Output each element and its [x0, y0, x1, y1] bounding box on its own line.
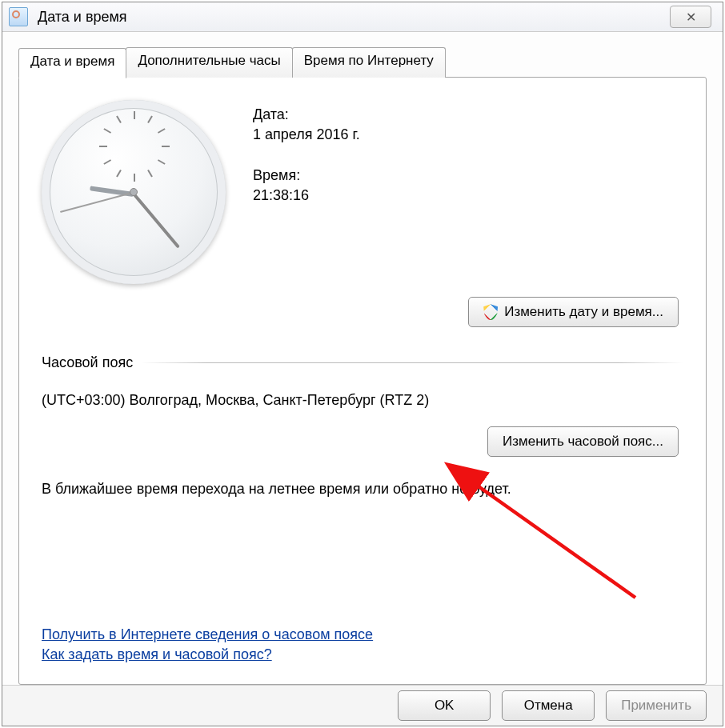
link-howto[interactable]: Как задать время и часовой пояс? [42, 646, 373, 663]
body: Дата и время Дополнительные часы Время п… [2, 32, 723, 685]
tab-additional-clocks[interactable]: Дополнительные часы [126, 47, 292, 78]
date-label: Дата: [253, 106, 360, 123]
change-date-time-row: Изменить дату и время... [42, 297, 679, 327]
date-value: 1 апреля 2016 г. [253, 126, 360, 143]
timezone-heading-row: Часовой пояс [42, 354, 683, 371]
time-label: Время: [253, 167, 360, 184]
divider [141, 362, 683, 363]
titlebar: Дата и время ✕ [2, 2, 723, 32]
window: Дата и время ✕ Дата и время Дополнительн… [2, 2, 723, 726]
change-timezone-button[interactable]: Изменить часовой пояс... [487, 426, 679, 457]
date-time-text: Дата: 1 апреля 2016 г. Время: 21:38:16 [253, 100, 360, 204]
tab-panel: Дата: 1 апреля 2016 г. Время: 21:38:16 И… [18, 77, 707, 685]
time-value: 21:38:16 [253, 187, 360, 204]
close-icon: ✕ [686, 10, 696, 25]
button-label: Применить [621, 698, 691, 714]
datetime-icon [9, 7, 28, 26]
apply-button[interactable]: Применить [606, 690, 707, 721]
tab-internet-time[interactable]: Время по Интернету [292, 47, 446, 78]
date-time-row: Дата: 1 апреля 2016 г. Время: 21:38:16 [42, 100, 683, 284]
ok-button[interactable]: OK [398, 690, 491, 721]
button-label: Изменить часовой пояс... [503, 434, 663, 450]
timezone-heading: Часовой пояс [42, 354, 133, 371]
cancel-button[interactable]: Отмена [502, 690, 595, 721]
tab-label: Время по Интернету [304, 53, 434, 68]
help-links: Получить в Интернете сведения о часовом … [42, 623, 373, 663]
tab-label: Дополнительные часы [138, 53, 280, 68]
clock-second-hand [60, 192, 134, 213]
tab-date-time[interactable]: Дата и время [18, 48, 126, 78]
timezone-value: (UTC+03:00) Волгоград, Москва, Санкт-Пет… [42, 392, 683, 409]
button-label: OK [435, 698, 455, 714]
dst-note: В ближайшее время перехода на летнее вре… [42, 481, 683, 498]
tabbar: Дата и время Дополнительные часы Время п… [18, 46, 707, 77]
tab-label: Дата и время [30, 54, 114, 69]
window-title: Дата и время [38, 9, 127, 26]
clock-minute-hand [133, 193, 180, 249]
button-label: Изменить дату и время... [504, 304, 663, 320]
uac-shield-icon [483, 304, 498, 320]
change-date-time-button[interactable]: Изменить дату и время... [468, 297, 679, 327]
button-label: Отмена [524, 698, 573, 714]
clock-hour-hand [90, 186, 134, 198]
analog-clock [42, 100, 226, 284]
link-timezone-info[interactable]: Получить в Интернете сведения о часовом … [42, 626, 373, 643]
change-timezone-row: Изменить часовой пояс... [42, 426, 679, 457]
close-button[interactable]: ✕ [670, 6, 711, 28]
dialog-footer: OK Отмена Применить [2, 685, 723, 726]
